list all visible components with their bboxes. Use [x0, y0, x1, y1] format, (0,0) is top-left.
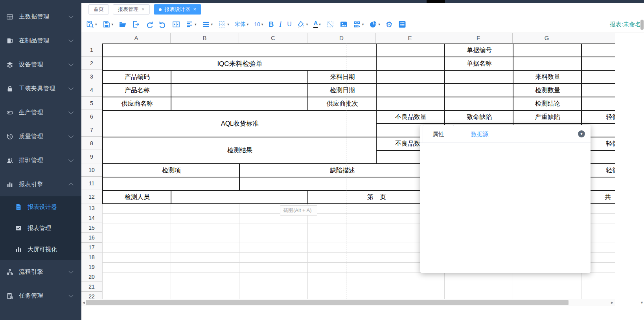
row-header[interactable]: 14: [81, 213, 102, 223]
italic-button[interactable]: I: [278, 19, 283, 30]
page-tab[interactable]: 首页: [88, 4, 109, 15]
sidebar-item[interactable]: 报表引擎: [0, 172, 81, 196]
sheet-cell[interactable]: 供应商名称: [102, 97, 171, 110]
sidebar-item[interactable]: 工装夹具管理: [0, 77, 81, 101]
row-header[interactable]: 3: [81, 70, 102, 83]
sidebar-item[interactable]: 质量管理: [0, 124, 81, 148]
sheet-cell[interactable]: [376, 70, 445, 83]
sheet-cell[interactable]: [444, 70, 513, 83]
barcode-button[interactable]: ▾: [351, 19, 366, 29]
row-header[interactable]: 20: [81, 272, 102, 282]
sheet-cell[interactable]: [102, 177, 240, 190]
row-header[interactable]: 18: [81, 252, 102, 262]
sidebar-subitem[interactable]: 报表管理: [0, 218, 81, 239]
column-header[interactable]: F: [444, 33, 513, 43]
close-tab-icon[interactable]: ×: [142, 5, 145, 14]
row-header[interactable]: 8: [81, 137, 102, 150]
merge-cells-button[interactable]: [171, 19, 182, 29]
sidebar-item[interactable]: 流程引擎: [0, 260, 81, 284]
settings-button[interactable]: ⚙: [384, 19, 394, 30]
font-family-button[interactable]: 宋体▾: [233, 20, 250, 29]
preview-button[interactable]: ▾: [85, 19, 99, 29]
sheet-cell[interactable]: [376, 43, 445, 57]
row-header[interactable]: 12: [81, 190, 102, 203]
sheet-cell[interactable]: 来料日期: [307, 70, 377, 83]
sheet-cell[interactable]: [376, 57, 445, 70]
row-header[interactable]: 16: [81, 233, 102, 243]
sheet-cell[interactable]: [171, 70, 308, 83]
sheet-cell[interactable]: 检测结果: [102, 137, 377, 163]
sheet-cell[interactable]: [581, 43, 615, 57]
sheet-cell[interactable]: 检测日期: [307, 83, 377, 97]
column-header[interactable]: D: [307, 33, 376, 43]
sheet-cell[interactable]: [444, 97, 513, 110]
sidebar-item[interactable]: 排班管理: [0, 148, 81, 172]
scroll-down-arrow[interactable]: ▼: [640, 301, 644, 305]
sheet-cell[interactable]: 严重缺陷: [513, 110, 582, 123]
save-button[interactable]: ▾: [101, 19, 115, 29]
redo-button[interactable]: [144, 19, 155, 29]
row-header[interactable]: 17: [81, 243, 102, 252]
sheet-cell[interactable]: [171, 97, 308, 110]
bold-button[interactable]: B: [267, 19, 275, 30]
font-color-button[interactable]: A▾: [312, 19, 322, 29]
sheet-cell[interactable]: 产品名称: [102, 83, 171, 97]
image-button[interactable]: [338, 19, 349, 29]
sheet-cell[interactable]: 轻微缺陷: [581, 110, 615, 123]
sheet-cell[interactable]: 来料数量: [513, 70, 582, 83]
diagonal-split-button[interactable]: [325, 19, 336, 29]
sheet-cell[interactable]: [581, 57, 615, 70]
sheet-cell[interactable]: 缺陷描述: [239, 163, 445, 177]
page-tab[interactable]: 报表管理×: [113, 4, 150, 15]
row-header[interactable]: 9: [81, 150, 102, 163]
row-header[interactable]: 2: [81, 57, 102, 70]
sheet-cell[interactable]: 不良品数量: [376, 110, 445, 123]
sheet-cell[interactable]: 检测结论: [513, 97, 582, 110]
sheet-cell[interactable]: [171, 83, 308, 97]
close-tab-icon[interactable]: ×: [193, 5, 197, 14]
row-header[interactable]: 19: [81, 262, 102, 272]
sidebar-item[interactable]: 任务管理: [0, 284, 81, 308]
undo-button[interactable]: [157, 19, 168, 29]
vertical-scroll-thumb[interactable]: [640, 20, 644, 30]
sheet-cell[interactable]: 致命缺陷: [444, 110, 513, 123]
align-button[interactable]: ▾: [184, 19, 198, 29]
sheet-cell[interactable]: 单据名称: [444, 57, 513, 70]
sheet-cell[interactable]: [581, 97, 615, 110]
tab-properties[interactable]: 属性: [423, 125, 454, 143]
sheet-cell[interactable]: 产品编码: [102, 70, 171, 83]
sheet-cell[interactable]: [581, 70, 615, 83]
collapse-panel-button[interactable]: ▼: [578, 130, 585, 137]
column-header[interactable]: G: [513, 33, 581, 43]
row-header[interactable]: 5: [81, 97, 102, 110]
sheet-cell[interactable]: 供应商批次: [307, 97, 377, 110]
sidebar-item[interactable]: 生产管理: [0, 101, 81, 124]
row-header[interactable]: 15: [81, 223, 102, 233]
row-header[interactable]: 21: [81, 282, 102, 292]
row-header[interactable]: 11: [81, 177, 102, 190]
fill-color-button[interactable]: ▾: [296, 19, 310, 29]
sheet-cell[interactable]: [376, 83, 445, 97]
chart-button[interactable]: ▾: [368, 19, 382, 29]
export-button[interactable]: [131, 19, 142, 29]
sheet-cell[interactable]: [376, 97, 445, 110]
tab-datasource[interactable]: 数据源: [461, 125, 498, 143]
underline-button[interactable]: U: [285, 20, 293, 29]
open-button[interactable]: [117, 19, 128, 29]
column-header[interactable]: [581, 33, 615, 43]
sheet-cell[interactable]: [102, 43, 377, 57]
sheet-cell[interactable]: [513, 57, 582, 70]
sheet-cell[interactable]: [513, 43, 582, 57]
sidebar-item[interactable]: 主数据管理: [0, 5, 81, 29]
sheet-cell[interactable]: [171, 190, 308, 204]
data-list-button[interactable]: [397, 19, 408, 29]
scroll-right-arrow[interactable]: ►: [610, 300, 615, 305]
column-header[interactable]: C: [239, 33, 307, 43]
row-header[interactable]: 7: [81, 123, 102, 137]
sheet-cell[interactable]: IQC来料检验单: [102, 57, 377, 70]
page-tab[interactable]: 报表设计器×: [154, 4, 202, 15]
sheet-cell[interactable]: 检测项: [102, 163, 240, 177]
row-header[interactable]: 4: [81, 83, 102, 97]
sheet-cell[interactable]: [444, 83, 513, 97]
sheet-cell[interactable]: 检测人员: [102, 190, 171, 204]
